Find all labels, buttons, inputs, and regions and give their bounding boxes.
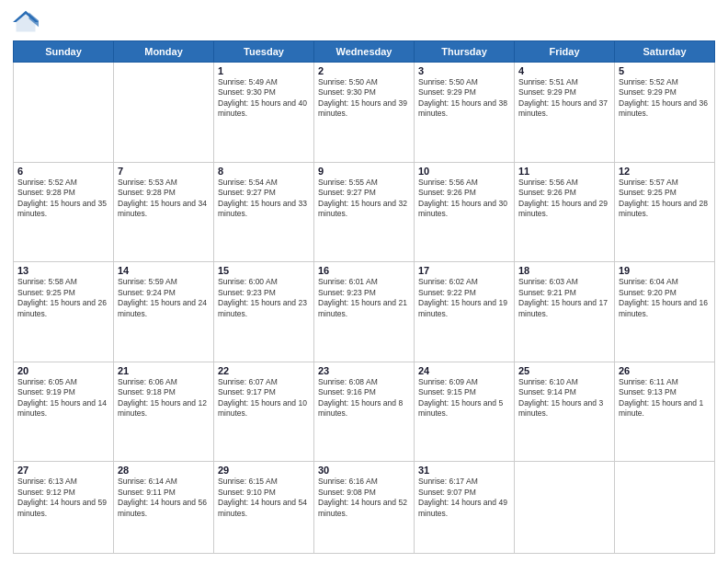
calendar-cell: 7Sunrise: 5:53 AMSunset: 9:28 PMDaylight… [114,162,214,262]
day-number: 4 [518,65,610,76]
day-number: 26 [619,365,711,376]
day-info: Sunrise: 5:54 AMSunset: 9:27 PMDaylight:… [218,178,310,220]
logo-icon [13,9,39,35]
day-number: 13 [17,265,109,276]
calendar-cell: 27Sunrise: 6:13 AMSunset: 9:12 PMDayligh… [14,462,114,554]
calendar-cell: 21Sunrise: 6:06 AMSunset: 9:18 PMDayligh… [114,362,214,462]
calendar-cell: 30Sunrise: 6:16 AMSunset: 9:08 PMDayligh… [314,462,415,554]
day-of-week-header: Friday [515,41,615,63]
day-number: 18 [518,265,610,276]
day-info: Sunrise: 6:11 AMSunset: 9:13 PMDaylight:… [619,377,711,419]
day-info: Sunrise: 5:57 AMSunset: 9:25 PMDaylight:… [619,178,711,220]
day-info: Sunrise: 6:02 AMSunset: 9:22 PMDaylight:… [418,277,510,319]
calendar-cell [515,462,615,554]
day-info: Sunrise: 6:06 AMSunset: 9:18 PMDaylight:… [118,377,210,419]
calendar-cell: 4Sunrise: 5:51 AMSunset: 9:29 PMDaylight… [515,63,615,163]
day-of-week-header: Wednesday [314,41,415,63]
day-number: 23 [318,365,410,376]
day-info: Sunrise: 5:52 AMSunset: 9:29 PMDaylight:… [619,77,711,120]
day-info: Sunrise: 6:14 AMSunset: 9:11 PMDaylight:… [118,477,210,519]
calendar-cell [615,462,715,554]
day-info: Sunrise: 6:07 AMSunset: 9:17 PMDaylight:… [218,377,310,419]
day-number: 9 [318,166,410,177]
day-info: Sunrise: 6:09 AMSunset: 9:15 PMDaylight:… [418,377,510,419]
calendar-week-row: 6Sunrise: 5:52 AMSunset: 9:28 PMDaylight… [14,162,715,262]
calendar-cell: 13Sunrise: 5:58 AMSunset: 9:25 PMDayligh… [14,262,114,362]
calendar-cell: 24Sunrise: 6:09 AMSunset: 9:15 PMDayligh… [415,362,515,462]
calendar-cell: 6Sunrise: 5:52 AMSunset: 9:28 PMDaylight… [14,162,114,262]
day-number: 6 [17,166,109,177]
day-of-week-header: Monday [114,41,214,63]
calendar-cell: 19Sunrise: 6:04 AMSunset: 9:20 PMDayligh… [615,262,715,362]
day-info: Sunrise: 5:51 AMSunset: 9:29 PMDaylight:… [518,77,610,120]
header [13,9,715,35]
calendar-week-row: 20Sunrise: 6:05 AMSunset: 9:19 PMDayligh… [14,362,715,462]
day-info: Sunrise: 6:13 AMSunset: 9:12 PMDaylight:… [17,477,109,519]
page: SundayMondayTuesdayWednesdayThursdayFrid… [0,0,728,563]
day-number: 14 [118,265,210,276]
day-of-week-header: Sunday [14,41,114,63]
calendar-cell: 22Sunrise: 6:07 AMSunset: 9:17 PMDayligh… [214,362,314,462]
day-number: 28 [118,465,210,476]
day-info: Sunrise: 6:16 AMSunset: 9:08 PMDaylight:… [318,477,410,519]
day-info: Sunrise: 6:15 AMSunset: 9:10 PMDaylight:… [218,477,310,519]
calendar-cell: 17Sunrise: 6:02 AMSunset: 9:22 PMDayligh… [415,262,515,362]
day-info: Sunrise: 5:49 AMSunset: 9:30 PMDaylight:… [218,77,310,120]
calendar-cell: 16Sunrise: 6:01 AMSunset: 9:23 PMDayligh… [314,262,415,362]
day-info: Sunrise: 5:56 AMSunset: 9:26 PMDaylight:… [418,178,510,220]
calendar-cell: 23Sunrise: 6:08 AMSunset: 9:16 PMDayligh… [314,362,415,462]
day-info: Sunrise: 5:55 AMSunset: 9:27 PMDaylight:… [318,178,410,220]
day-of-week-header: Thursday [415,41,515,63]
calendar-cell: 1Sunrise: 5:49 AMSunset: 9:30 PMDaylight… [214,63,314,163]
day-info: Sunrise: 5:56 AMSunset: 9:26 PMDaylight:… [518,178,610,220]
day-number: 12 [619,166,711,177]
calendar-week-row: 27Sunrise: 6:13 AMSunset: 9:12 PMDayligh… [14,462,715,554]
logo [13,9,42,35]
calendar-table: SundayMondayTuesdayWednesdayThursdayFrid… [13,40,715,554]
calendar-week-row: 1Sunrise: 5:49 AMSunset: 9:30 PMDaylight… [14,63,715,163]
day-info: Sunrise: 6:10 AMSunset: 9:14 PMDaylight:… [518,377,610,419]
calendar-cell: 31Sunrise: 6:17 AMSunset: 9:07 PMDayligh… [415,462,515,554]
calendar-cell: 12Sunrise: 5:57 AMSunset: 9:25 PMDayligh… [615,162,715,262]
day-number: 30 [318,465,410,476]
calendar-cell: 18Sunrise: 6:03 AMSunset: 9:21 PMDayligh… [515,262,615,362]
day-info: Sunrise: 5:53 AMSunset: 9:28 PMDaylight:… [118,178,210,220]
calendar-cell: 15Sunrise: 6:00 AMSunset: 9:23 PMDayligh… [214,262,314,362]
day-number: 8 [218,166,310,177]
calendar-cell: 3Sunrise: 5:50 AMSunset: 9:29 PMDaylight… [415,63,515,163]
day-of-week-header: Saturday [615,41,715,63]
calendar-cell: 10Sunrise: 5:56 AMSunset: 9:26 PMDayligh… [415,162,515,262]
calendar-cell: 2Sunrise: 5:50 AMSunset: 9:30 PMDaylight… [314,63,415,163]
calendar-cell: 20Sunrise: 6:05 AMSunset: 9:19 PMDayligh… [14,362,114,462]
calendar-cell [14,63,114,163]
day-number: 25 [518,365,610,376]
day-info: Sunrise: 6:05 AMSunset: 9:19 PMDaylight:… [17,377,109,419]
day-info: Sunrise: 6:08 AMSunset: 9:16 PMDaylight:… [318,377,410,419]
day-number: 27 [17,465,109,476]
day-number: 5 [619,65,711,76]
day-number: 17 [418,265,510,276]
calendar-cell: 8Sunrise: 5:54 AMSunset: 9:27 PMDaylight… [214,162,314,262]
day-number: 16 [318,265,410,276]
day-number: 24 [418,365,510,376]
svg-marker-0 [17,13,36,32]
day-info: Sunrise: 6:01 AMSunset: 9:23 PMDaylight:… [318,277,410,319]
day-info: Sunrise: 5:59 AMSunset: 9:24 PMDaylight:… [118,277,210,319]
calendar-cell [114,63,214,163]
calendar-cell: 11Sunrise: 5:56 AMSunset: 9:26 PMDayligh… [515,162,615,262]
day-info: Sunrise: 5:52 AMSunset: 9:28 PMDaylight:… [17,178,109,220]
calendar-header-row: SundayMondayTuesdayWednesdayThursdayFrid… [14,41,715,63]
calendar-cell: 28Sunrise: 6:14 AMSunset: 9:11 PMDayligh… [114,462,214,554]
calendar-week-row: 13Sunrise: 5:58 AMSunset: 9:25 PMDayligh… [14,262,715,362]
day-number: 22 [218,365,310,376]
day-number: 29 [218,465,310,476]
day-info: Sunrise: 5:50 AMSunset: 9:30 PMDaylight:… [318,77,410,120]
day-number: 1 [218,65,310,76]
day-number: 21 [118,365,210,376]
day-info: Sunrise: 6:00 AMSunset: 9:23 PMDaylight:… [218,277,310,319]
day-info: Sunrise: 6:03 AMSunset: 9:21 PMDaylight:… [518,277,610,319]
calendar-cell: 26Sunrise: 6:11 AMSunset: 9:13 PMDayligh… [615,362,715,462]
day-of-week-header: Tuesday [214,41,314,63]
day-number: 10 [418,166,510,177]
day-number: 11 [518,166,610,177]
